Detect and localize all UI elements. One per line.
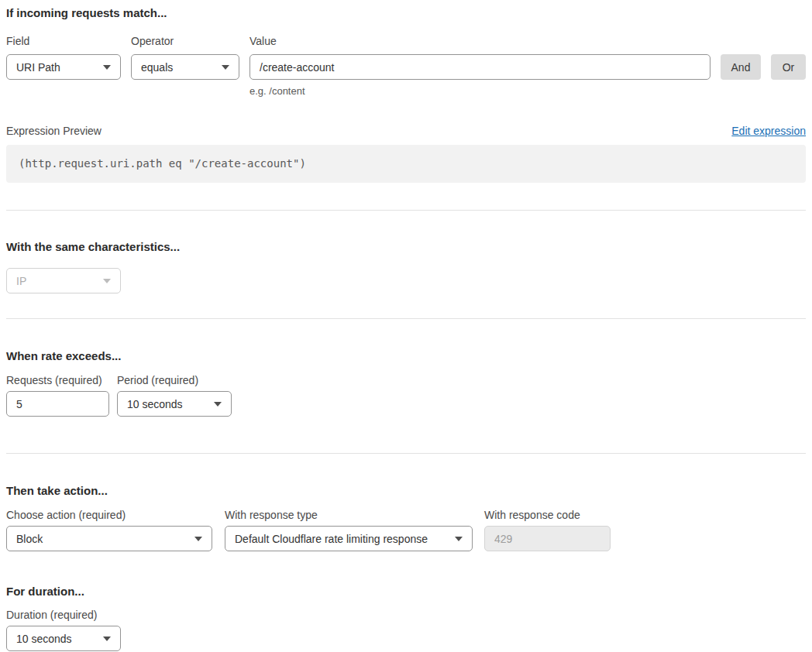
chevron-down-icon xyxy=(194,537,202,541)
choose-action-label: Choose action (required) xyxy=(6,509,212,522)
chevron-down-icon xyxy=(455,537,463,541)
expression-text: (http.request.uri.path eq "/create-accou… xyxy=(19,157,306,170)
duration-label: Duration (required) xyxy=(6,609,806,622)
chevron-down-icon xyxy=(103,65,111,70)
requests-input[interactable] xyxy=(6,391,109,417)
chevron-down-icon xyxy=(103,279,111,283)
rate-limiting-rule-form: If incoming requests match... Field URI … xyxy=(0,0,812,651)
chevron-down-icon xyxy=(222,65,229,70)
edit-expression-link[interactable]: Edit expression xyxy=(731,125,806,137)
characteristic-select-value: IP xyxy=(16,275,26,287)
choose-action-select[interactable]: Block xyxy=(6,526,212,551)
section-heading-match: If incoming requests match... xyxy=(6,6,806,19)
response-type-select[interactable]: Default Cloudflare rate limiting respons… xyxy=(225,526,473,551)
expression-preview-label: Expression Preview xyxy=(6,125,102,138)
chevron-down-icon xyxy=(103,637,111,641)
section-heading-characteristics: With the same characteristics... xyxy=(6,240,806,253)
operator-select-value: equals xyxy=(141,61,173,74)
section-divider xyxy=(6,210,806,211)
section-heading-duration: For duration... xyxy=(6,585,806,598)
operator-label: Operator xyxy=(131,35,239,48)
response-code-input xyxy=(484,526,611,551)
field-select[interactable]: URI Path xyxy=(6,54,121,80)
value-hint: e.g. /content xyxy=(249,85,710,97)
section-heading-action: Then take action... xyxy=(6,484,806,497)
duration-select[interactable]: 10 seconds xyxy=(6,626,121,651)
section-for-duration: For duration... Duration (required) 10 s… xyxy=(6,585,806,651)
expression-preview-box: (http.request.uri.path eq "/create-accou… xyxy=(6,145,806,183)
section-divider xyxy=(6,318,806,319)
duration-select-value: 10 seconds xyxy=(16,633,72,645)
choose-action-select-value: Block xyxy=(16,533,43,545)
section-same-characteristics: With the same characteristics... IP xyxy=(6,240,806,293)
section-rate-exceeds: When rate exceeds... Requests (required)… xyxy=(6,349,806,417)
requests-label: Requests (required) xyxy=(6,374,109,387)
period-label: Period (required) xyxy=(117,374,232,387)
response-code-label: With response code xyxy=(484,509,611,522)
value-input[interactable] xyxy=(249,54,710,80)
response-type-select-value: Default Cloudflare rate limiting respons… xyxy=(235,533,428,545)
field-label: Field xyxy=(6,35,121,48)
period-select-value: 10 seconds xyxy=(127,398,183,410)
operator-select[interactable]: equals xyxy=(131,54,239,80)
section-heading-rate: When rate exceeds... xyxy=(6,349,806,362)
section-take-action: Then take action... Choose action (requi… xyxy=(6,484,806,551)
or-button[interactable]: Or xyxy=(771,54,806,80)
section-incoming-requests-match: If incoming requests match... Field URI … xyxy=(6,6,806,183)
and-button[interactable]: And xyxy=(721,54,761,80)
characteristic-select: IP xyxy=(6,268,121,293)
period-select[interactable]: 10 seconds xyxy=(117,391,232,417)
section-divider xyxy=(6,453,806,454)
field-select-value: URI Path xyxy=(16,61,60,74)
response-type-label: With response type xyxy=(225,509,473,522)
chevron-down-icon xyxy=(214,402,222,407)
value-label: Value xyxy=(249,35,710,48)
